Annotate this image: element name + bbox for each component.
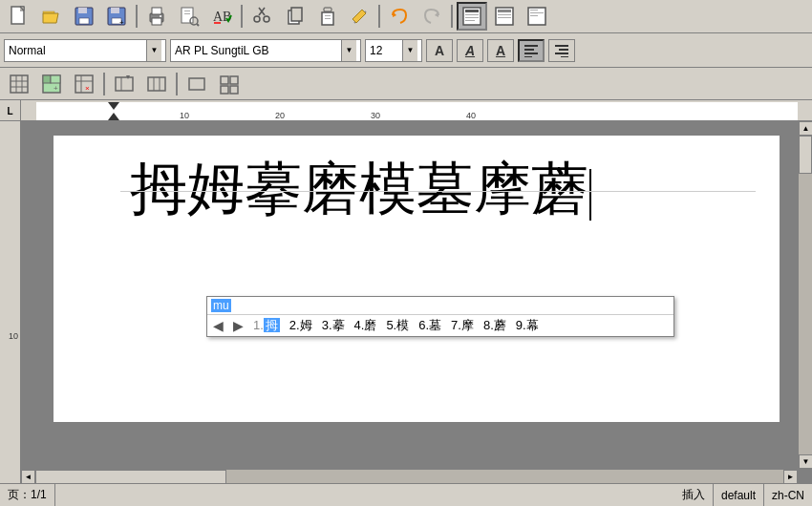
svg-text:+: + — [53, 84, 58, 93]
scroll-left-button[interactable]: ◄ — [21, 470, 35, 484]
svg-rect-29 — [325, 18, 331, 19]
svg-rect-14 — [182, 8, 193, 23]
ime-candidate-6[interactable]: 6.墓 — [417, 317, 443, 334]
ime-candidate-8[interactable]: 8.蘑 — [481, 317, 508, 334]
size-select[interactable]: 12 ▼ — [365, 39, 422, 62]
table-btn-7[interactable] — [214, 70, 245, 98]
svg-rect-12 — [152, 18, 161, 25]
style-value: Normal — [9, 44, 146, 57]
bold-button[interactable]: A — [426, 39, 453, 62]
svg-rect-69 — [148, 77, 165, 91]
svg-line-18 — [197, 24, 199, 26]
sep-3 — [378, 5, 380, 28]
print-button[interactable] — [141, 2, 172, 31]
font-value: AR PL SungtiL GB — [175, 44, 341, 57]
cut-button[interactable] — [246, 2, 277, 31]
svg-rect-11 — [152, 8, 161, 14]
h-scroll-track[interactable] — [35, 470, 783, 484]
scroll-area[interactable]: 拇姆摹磨模墓摩蘑 mu ◀ ▶ 1.拇 2.姆 — [21, 121, 812, 483]
page[interactable]: 拇姆摹磨模墓摩蘑 mu ◀ ▶ 1.拇 2.姆 — [53, 136, 780, 422]
scroll-thumb[interactable] — [799, 136, 812, 174]
svg-rect-66 — [116, 77, 133, 91]
content-text: 拇姆摹磨模墓摩蘑 — [130, 158, 588, 221]
vertical-scrollbar[interactable]: ▲ ▼ — [798, 121, 812, 469]
paste-button[interactable] — [311, 2, 342, 31]
table-btn-2[interactable]: + — [36, 70, 67, 98]
ruler-indent-top[interactable] — [108, 102, 119, 110]
line-number-10: 10 — [9, 331, 18, 341]
svg-rect-38 — [498, 10, 511, 12]
copy-button[interactable] — [279, 2, 310, 31]
save-button[interactable] — [69, 2, 99, 31]
underline-button[interactable]: A — [487, 39, 514, 62]
align-left-button[interactable] — [518, 39, 545, 62]
ime-candidates-row[interactable]: ◀ ▶ 1.拇 2.姆 3.摹 4.磨 — [207, 315, 673, 336]
scroll-up-button[interactable]: ▲ — [799, 121, 812, 136]
table-btn-6[interactable] — [182, 70, 212, 98]
fullscreen-button[interactable] — [522, 2, 552, 31]
sep-2 — [241, 5, 243, 28]
clone-button[interactable] — [344, 2, 374, 31]
undo-button[interactable] — [384, 2, 415, 31]
scroll-track[interactable] — [799, 136, 812, 454]
save-as-button[interactable]: + — [101, 2, 132, 31]
sep-4 — [451, 5, 453, 28]
table-btn-3[interactable]: × — [69, 70, 99, 98]
scroll-down-button[interactable]: ▼ — [799, 454, 812, 469]
ime-next-button[interactable]: ▶ — [231, 318, 246, 333]
ime-candidate-3[interactable]: 3.摹 — [320, 317, 347, 334]
language-info: zh-CN — [772, 489, 804, 502]
print-preview-button[interactable] — [174, 2, 204, 31]
ime-candidate-9[interactable]: 9.幕 — [514, 317, 541, 334]
main-area: 10 拇姆摹磨模墓摩蘑 mu ◀ ▶ — [0, 121, 812, 483]
page-info: 页：1/1 — [8, 487, 47, 503]
h-scroll-thumb[interactable] — [35, 470, 226, 484]
svg-rect-42 — [530, 10, 538, 11]
sep-t1 — [103, 73, 105, 95]
open-button[interactable] — [36, 2, 67, 31]
svg-rect-76 — [230, 86, 238, 94]
svg-rect-35 — [465, 17, 479, 18]
new-button[interactable] — [4, 2, 34, 31]
text-cursor — [589, 169, 591, 221]
table-btn-1[interactable] — [4, 70, 34, 98]
svg-rect-28 — [325, 15, 331, 16]
ime-prev-button[interactable]: ◀ — [211, 318, 225, 333]
style-select[interactable]: Normal ▼ — [4, 39, 166, 62]
svg-rect-74 — [230, 76, 238, 84]
normal-view-button[interactable] — [457, 2, 487, 31]
language-section: zh-CN — [764, 484, 812, 506]
spell-check-button[interactable]: ABC — [206, 2, 237, 31]
ime-candidate-1[interactable]: 1.拇 — [251, 317, 282, 334]
horizontal-scrollbar[interactable]: ◄ ► — [21, 469, 798, 483]
svg-rect-73 — [221, 76, 228, 84]
insert-mode: 插入 — [682, 487, 705, 503]
svg-rect-36 — [465, 20, 475, 21]
font-dropdown-arrow[interactable]: ▼ — [341, 40, 356, 61]
svg-rect-44 — [530, 15, 538, 16]
page-top-line — [120, 191, 756, 192]
scroll-right-button[interactable]: ► — [783, 470, 798, 484]
size-dropdown-arrow[interactable]: ▼ — [402, 40, 417, 61]
svg-rect-4 — [78, 8, 87, 13]
ime-candidate-7[interactable]: 7.摩 — [449, 317, 476, 334]
size-value: 12 — [370, 44, 402, 57]
redo-button[interactable] — [417, 2, 447, 31]
ime-candidate-5[interactable]: 5.模 — [384, 317, 411, 334]
table-btn-4[interactable] — [109, 70, 139, 98]
ruler-l-button[interactable]: L — [0, 100, 21, 121]
svg-rect-34 — [465, 14, 479, 15]
left-margin-bar: 10 — [0, 121, 21, 483]
italic-button[interactable]: A — [457, 39, 483, 62]
ime-candidate-4[interactable]: 4.磨 — [353, 317, 379, 334]
page-content[interactable]: 拇姆摹磨模墓摩蘑 — [130, 155, 741, 223]
table-btn-5[interactable] — [141, 70, 172, 98]
font-select[interactable]: AR PL SungtiL GB ▼ — [170, 39, 361, 62]
web-view-button[interactable] — [489, 2, 520, 31]
ruler: L 10 20 30 40 — [0, 100, 812, 121]
svg-text:+: + — [119, 18, 124, 27]
align-right-button[interactable] — [548, 39, 575, 62]
ime-candidate-2[interactable]: 2.姆 — [288, 317, 314, 334]
style-dropdown-arrow[interactable]: ▼ — [146, 40, 161, 61]
app-window: + ABC — [0, 0, 812, 506]
